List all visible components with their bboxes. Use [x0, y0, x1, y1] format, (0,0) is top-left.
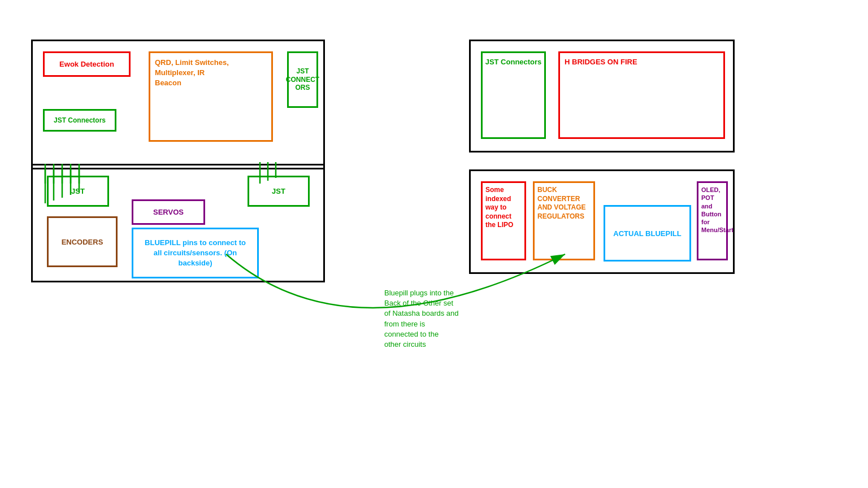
ewok-detection-box: Ewok Detection — [43, 51, 131, 77]
oled-label: OLED, POTand ButtonforMenu/Start — [701, 186, 734, 234]
jst-small-label-2: JST — [272, 187, 285, 195]
jst-conn-right-box: JST Connectors — [481, 51, 546, 139]
annotation-text: Bluepill plugs into theBack of the Other… — [384, 288, 459, 350]
buck-conv-box: BUCK CONVERTERAND VOLTAGEREGULATORS — [533, 181, 595, 260]
hbridges-label: H BRIDGES ON FIRE — [565, 58, 637, 66]
board-right-bottom: Someindexedway toconnectthe LIPO BUCK CO… — [469, 169, 735, 274]
some-indexed-label: Someindexedway toconnectthe LIPO — [485, 186, 513, 230]
jst-connect-label: JSTCONNECTORS — [286, 67, 319, 91]
bluepill-box: BLUEPILL pins to connect toall circuits/… — [132, 228, 259, 278]
ewok-detection-label: Ewok Detection — [59, 60, 114, 68]
jst-connectors-left-label: JST Connectors — [54, 116, 106, 124]
encoders-label: ENCODERS — [62, 238, 103, 246]
hbridges-box: H BRIDGES ON FIRE — [558, 51, 725, 139]
servos-box: SERVOS — [132, 199, 205, 225]
board-right-top: JST Connectors H BRIDGES ON FIRE — [469, 40, 735, 152]
jst-small-box-1: JST — [47, 176, 109, 207]
qrd-label: QRD, Limit Switches,Multiplexer, IRBeaco… — [150, 53, 271, 93]
jst-connectors-left-box: JST Connectors — [43, 109, 116, 132]
jst-small-label-1: JST — [71, 187, 85, 195]
jst-conn-right-label: JST Connectors — [485, 58, 542, 66]
encoders-box: ENCODERS — [47, 216, 118, 267]
board-left-bottom: JST JST SERVOS ENCODERS BLUEPILL pins to… — [31, 164, 325, 282]
oled-box: OLED, POTand ButtonforMenu/Start — [697, 181, 728, 260]
board-left-top: Ewok Detection QRD, Limit Switches,Multi… — [31, 40, 325, 169]
some-indexed-box: Someindexedway toconnectthe LIPO — [481, 181, 526, 260]
diagram-container: Ewok Detection QRD, Limit Switches,Multi… — [0, 0, 868, 488]
jst-small-box-2: JST — [248, 176, 310, 207]
actual-bluepill-label: ACTUAL BLUEPILL — [613, 229, 681, 238]
actual-bluepill-box: ACTUAL BLUEPILL — [604, 205, 691, 262]
bluepill-label: BLUEPILL pins to connect toall circuits/… — [142, 235, 249, 272]
buck-conv-label: BUCK CONVERTERAND VOLTAGEREGULATORS — [537, 186, 591, 221]
servos-label: SERVOS — [153, 208, 184, 216]
jst-connect-box: JSTCONNECTORS — [287, 51, 318, 108]
qrd-box: QRD, Limit Switches,Multiplexer, IRBeaco… — [149, 51, 273, 142]
